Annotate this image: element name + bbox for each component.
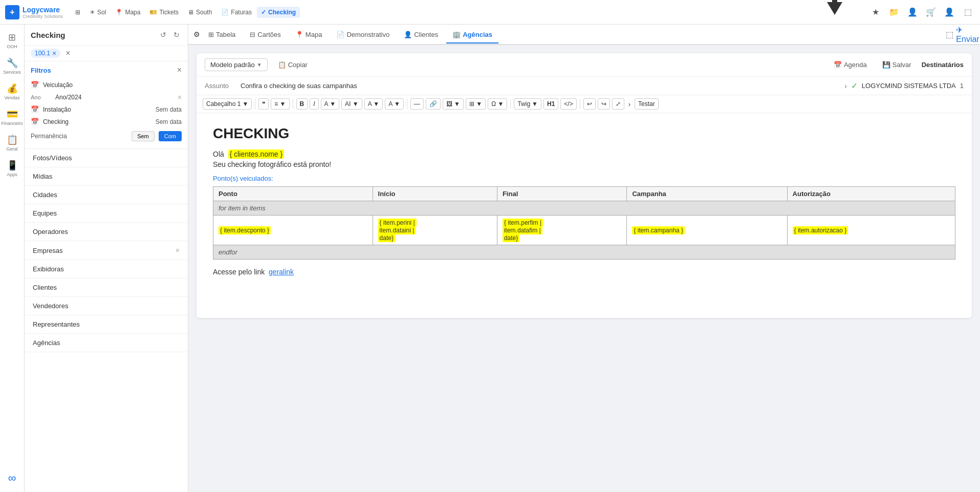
model-select[interactable]: Modelo padrão ▼ [205,58,268,71]
sidebar-item-ooh[interactable]: ⊞ OOH [1,29,24,52]
tab-clientes[interactable]: 👤 Clientes [398,27,444,44]
ano-close-button[interactable]: × [178,93,182,101]
filter-veiculacao-label: Veiculação [43,81,182,89]
list-item-vendedores[interactable]: Vendedores [25,297,188,315]
code-button[interactable]: </> [560,98,576,110]
list-item-equipes[interactable]: Equipes [25,204,188,223]
tab-agencias-label: Agências [463,31,492,38]
logo-name: Logycware [23,6,63,14]
account-icon[interactable]: 👤 [942,5,956,19]
heading-dropdown[interactable]: Cabeçalho 1 ▼ [203,98,252,110]
permanencia-com-button[interactable]: Com [159,131,182,141]
italic-button[interactable]: I [310,98,318,110]
sidebar-item-financeiro[interactable]: 💳 Financeiro [1,105,24,129]
list-item-operadores[interactable]: Operadores [25,223,188,241]
left-panel: Checking ↺ ↻ 100.1 × × Filtros × 📅 Veicu… [25,25,188,492]
subject-check-icon[interactable]: ✓ [851,81,858,91]
sidebar-item-services[interactable]: 🔧 Services [1,54,24,78]
filter-icon[interactable]: ⚙ [193,30,200,38]
nav-item-checking[interactable]: ✓ Checking [257,7,300,18]
editor-content[interactable]: CHECKING Olá { clientes.nome } Seu check… [197,113,972,318]
list-agencias-label: Agências [33,339,60,347]
sidebar-item-apps[interactable]: 📱 Apps [1,157,24,180]
list-fotos-label: Fotos/Vídeos [33,154,72,162]
highlight-name: { clientes.nome } [228,149,285,159]
tab-mapa[interactable]: 📍 Mapa [289,27,329,44]
save-button[interactable]: 💾 Salvar [877,59,917,71]
subject-chevron-icon[interactable]: › [844,82,847,90]
nav-item-tickets[interactable]: 🎫 Tickets [145,7,183,18]
favorite-icon[interactable]: ★ [868,5,883,19]
cart-icon[interactable]: 🛒 [924,5,938,19]
list-item-cidades[interactable]: Cidades [25,186,188,204]
sidebar-item-geral[interactable]: 📋 Geral [1,131,24,155]
nav-item-south[interactable]: 🖥 South [184,7,216,18]
special-chars-button[interactable]: Ω ▼ [488,98,507,110]
td-autorizacao: { item.autorizacao } [787,216,955,245]
toolbar-expand-btn[interactable]: › [626,99,633,110]
fontsize-button[interactable]: A ▼ [321,98,340,110]
list-item-exibidoras[interactable]: Exibidoras [25,260,188,279]
nav-item-grid[interactable]: ⊞ [71,7,84,18]
align-button[interactable]: ≡ ▼ [271,98,289,110]
bold-button[interactable]: B [296,98,308,110]
mapa-tab-icon: 📍 [295,31,303,38]
perfim-tag: { item.perfim | [503,219,543,227]
tab-agencias[interactable]: 🏢 Agências [446,27,498,44]
tag-clear-button[interactable]: × [66,49,70,58]
list-item-agencias[interactable]: Agências [25,334,188,352]
fontcolor-button[interactable]: A ▼ [364,98,383,110]
subject-right: › ✓ LOGYCMIND SISTEMAS LTDA 1 [844,81,964,91]
nav-item-mapa[interactable]: 📍 Mapa [111,7,144,18]
filtros-section: Filtros × 📅 Veiculação Ano Ano/2024 × 📅 … [25,61,188,149]
image-button[interactable]: 🖼 ▼ [443,98,464,110]
list-item-empresas[interactable]: Empresas × [25,241,188,260]
nav-item-faturas[interactable]: 📄 Faturas [217,7,256,18]
test-button[interactable]: Testar [635,98,659,110]
redo-button[interactable]: ↪ [598,98,610,110]
expand-icon[interactable]: ⬚ [961,5,975,19]
list-item-clientes[interactable]: Clientes [25,279,188,297]
fontai-button[interactable]: AI ▼ [341,98,362,110]
tag-close-button[interactable]: × [52,50,56,57]
user-icon[interactable]: 👤 [905,5,920,19]
list-item-midias[interactable]: Mídias [25,167,188,186]
email-toolbar-row: Modelo padrão ▼ 📋 Copiar 📅 Agenda 💾 [197,53,972,77]
twig-dropdown[interactable]: Twig ▼ [514,98,541,110]
refresh-icon[interactable]: ↻ [171,30,182,40]
undo-button[interactable]: ↩ [583,98,596,110]
permanencia-sem-button[interactable]: Sem [132,131,155,141]
list-item-fotos[interactable]: Fotos/Vídeos [25,149,188,167]
history-icon[interactable]: ↺ [158,30,168,40]
model-arrow-icon: ▼ [257,62,262,68]
link-button[interactable]: 🔗 [426,98,441,110]
td-descponto: { item.descponto } [213,216,373,245]
split-view-icon[interactable]: ⬚ [942,27,956,41]
bgcolor-button[interactable]: A ▼ [385,98,404,110]
sidebar-item-vendas[interactable]: 💰 Vendas [1,80,24,103]
empresas-close-icon[interactable]: × [176,246,180,254]
fullscreen-button[interactable]: ⤢ [612,98,624,110]
tab-demonstrativo[interactable]: 📄 Demonstrativo [330,27,396,44]
nav-items: ⊞ ☀ Sol 📍 Mapa 🎫 Tickets 🖥 South 📄 Fatur… [71,7,862,18]
sidebar-item-logo-bottom[interactable]: ∞ [1,468,24,488]
checking-cal-icon: 📅 [31,118,39,126]
blockquote-button[interactable]: ❝ [258,98,269,110]
copy-button[interactable]: 📋 Copiar [273,59,313,71]
filter-instalacao-value: Sem data [156,106,182,113]
filtros-close-button[interactable]: × [177,66,182,75]
nav-item-sol[interactable]: ☀ Sol [85,7,110,18]
access-link: geralink [269,268,294,276]
list-empresas-label: Empresas [33,247,63,254]
tab-tabela[interactable]: ⊞ Tabela [202,27,242,44]
filter-checking-label: Checking [43,118,151,125]
folder-icon[interactable]: 📁 [887,5,901,19]
send-icon[interactable]: ✈ Enviar [961,27,975,41]
h1-button[interactable]: H1 [543,98,558,110]
list-item-representantes[interactable]: Representantes [25,315,188,334]
agenda-button[interactable]: 📅 Agenda [829,59,872,71]
table-button[interactable]: ⊞ ▼ [466,98,486,110]
tab-cartoes[interactable]: ⊟ Cartões [244,27,287,44]
list-midias-label: Mídias [33,173,52,180]
hrule-button[interactable]: — [410,98,424,110]
